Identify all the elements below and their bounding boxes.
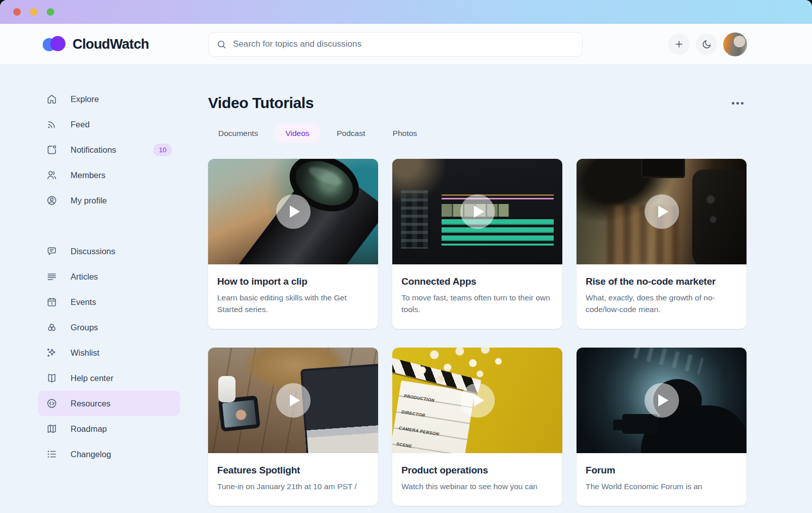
sidebar-item-help-center[interactable]: Help center bbox=[38, 365, 180, 391]
video-title: Features Spotlight bbox=[217, 465, 369, 476]
video-thumbnail-editing-app[interactable] bbox=[392, 159, 562, 264]
zoom-window-button[interactable] bbox=[47, 8, 54, 16]
code-circle-icon bbox=[46, 398, 57, 409]
sparkle-icon bbox=[46, 347, 57, 358]
search-bar bbox=[208, 32, 583, 57]
sidebar-item-label: Events bbox=[71, 297, 96, 307]
sidebar-item-label: Changelog bbox=[71, 450, 111, 459]
play-button-icon[interactable] bbox=[276, 194, 311, 229]
moon-icon bbox=[701, 39, 712, 50]
tab-videos[interactable]: Videos bbox=[275, 124, 319, 143]
video-thumbnail-camera-lens[interactable] bbox=[208, 159, 378, 264]
sidebar-item-members[interactable]: Members bbox=[38, 162, 180, 188]
more-options-button[interactable] bbox=[729, 99, 747, 108]
user-circle-icon bbox=[46, 195, 57, 206]
open-book-icon bbox=[46, 372, 57, 384]
video-title: How to import a clip bbox=[217, 276, 369, 287]
sidebar-section-divider bbox=[38, 213, 180, 238]
sidebar-item-label: Discussions bbox=[71, 247, 115, 256]
window-titlebar bbox=[0, 0, 812, 24]
video-thumbnail-camera-silhouette[interactable] bbox=[577, 348, 747, 453]
sidebar-item-resources[interactable]: Resources bbox=[38, 391, 180, 416]
video-description: To move fast, teams often turn to their … bbox=[401, 292, 553, 316]
video-title: Forum bbox=[586, 465, 737, 476]
sidebar-item-discussions[interactable]: Discussions bbox=[38, 238, 180, 264]
tab-photos[interactable]: Photos bbox=[383, 124, 427, 143]
sidebar-item-wishlist[interactable]: Wishlist bbox=[38, 340, 180, 365]
sidebar-item-explore[interactable]: Explore bbox=[38, 86, 180, 112]
body-area: Explore Feed Notifications 10 bbox=[0, 65, 812, 513]
sidebar-item-changelog[interactable]: Changelog bbox=[38, 441, 180, 467]
page-title: Video Tutorials bbox=[208, 94, 314, 112]
tab-podcast[interactable]: Podcast bbox=[327, 124, 376, 143]
user-avatar[interactable] bbox=[723, 32, 747, 56]
chat-bubble-icon bbox=[46, 246, 57, 257]
video-thumbnail-film-studio[interactable] bbox=[577, 159, 747, 264]
sidebar-item-label: Resources bbox=[71, 399, 111, 408]
plus-icon bbox=[674, 39, 684, 49]
search-icon bbox=[216, 39, 227, 50]
sidebar-item-label: My profile bbox=[71, 196, 107, 206]
close-window-button[interactable] bbox=[13, 8, 21, 16]
video-description: Watch this webinar to see how you can bbox=[401, 481, 553, 493]
video-description: Learn basic editing skills with the Get … bbox=[217, 292, 369, 316]
notifications-count-badge: 10 bbox=[153, 144, 172, 156]
dark-mode-toggle-button[interactable] bbox=[696, 33, 717, 55]
sidebar-item-label: Explore bbox=[71, 94, 99, 104]
play-button-icon[interactable] bbox=[276, 383, 311, 418]
sidebar-item-label: Members bbox=[71, 170, 106, 180]
sidebar-item-roadmap[interactable]: Roadmap bbox=[38, 416, 180, 441]
svg-text:1: 1 bbox=[51, 301, 53, 305]
play-button-icon[interactable] bbox=[460, 194, 495, 229]
brand-logo[interactable]: CloudWatch bbox=[42, 36, 149, 53]
sidebar-item-articles[interactable]: Articles bbox=[38, 264, 180, 289]
bullet-list-icon bbox=[46, 449, 57, 460]
sidebar-item-events[interactable]: 1 Events bbox=[38, 289, 180, 315]
sidebar-item-label: Feed bbox=[71, 120, 90, 129]
video-card[interactable]: How to import a clip Learn basic editing… bbox=[208, 159, 378, 329]
text-lines-icon bbox=[46, 271, 57, 282]
sidebar-item-label: Wishlist bbox=[71, 348, 99, 358]
sidebar-item-notifications[interactable]: Notifications 10 bbox=[38, 137, 180, 162]
sidebar-item-feed[interactable]: Feed bbox=[38, 112, 180, 137]
three-circles-icon bbox=[46, 322, 57, 333]
minimize-window-button[interactable] bbox=[30, 8, 38, 16]
header-actions bbox=[668, 32, 747, 56]
app-header: CloudWatch bbox=[0, 24, 812, 65]
users-icon bbox=[46, 169, 57, 181]
video-description: Tune-in on January 21th at 10 am PST / bbox=[217, 481, 369, 493]
tab-documents[interactable]: Documents bbox=[208, 124, 268, 143]
play-button-icon[interactable] bbox=[460, 383, 495, 418]
sidebar-item-label: Notifications bbox=[71, 145, 116, 155]
sidebar-item-label: Help center bbox=[71, 373, 113, 383]
sidebar-item-label: Articles bbox=[71, 272, 98, 282]
video-title: Connected Apps bbox=[401, 276, 553, 287]
video-thumbnail-clapperboard[interactable]: PRODUCTION DIRECTOR CAMERA PERSON SCENE bbox=[392, 348, 562, 453]
sidebar-item-groups[interactable]: Groups bbox=[38, 315, 180, 340]
sidebar-item-label: Roadmap bbox=[71, 424, 107, 434]
video-card[interactable]: PRODUCTION DIRECTOR CAMERA PERSON SCENE … bbox=[392, 348, 562, 506]
video-title: Rise of the no-code marketer bbox=[586, 276, 737, 287]
sidebar-item-label: Groups bbox=[71, 323, 98, 332]
video-card[interactable]: Forum The World Economic Forum is an bbox=[577, 348, 747, 506]
video-title: Product operations bbox=[401, 465, 553, 476]
video-card[interactable]: Features Spotlight Tune-in on January 21… bbox=[208, 348, 378, 506]
main-content: Video Tutorials Documents Videos Podcast… bbox=[180, 65, 812, 513]
content-tabs: Documents Videos Podcast Photos bbox=[208, 124, 747, 143]
cloudwatch-logo-icon bbox=[42, 36, 67, 53]
create-new-button[interactable] bbox=[668, 33, 690, 55]
video-description: The World Economic Forum is an bbox=[586, 481, 737, 493]
video-card[interactable]: Rise of the no-code marketer What, exact… bbox=[577, 159, 747, 329]
play-button-icon[interactable] bbox=[645, 383, 679, 418]
video-card[interactable]: Connected Apps To move fast, teams often… bbox=[392, 159, 562, 329]
video-description: What, exactly, does the growth of no-cod… bbox=[586, 292, 737, 316]
search-input[interactable] bbox=[208, 32, 583, 57]
app-window: CloudWatch bbox=[0, 0, 812, 513]
sidebar: Explore Feed Notifications 10 bbox=[38, 65, 180, 513]
notification-icon bbox=[46, 144, 57, 155]
calendar-icon: 1 bbox=[46, 296, 57, 307]
sidebar-item-my-profile[interactable]: My profile bbox=[38, 188, 180, 213]
video-thumbnail-desk-setup[interactable] bbox=[208, 348, 378, 453]
rss-icon bbox=[46, 119, 57, 130]
play-button-icon[interactable] bbox=[645, 194, 679, 229]
